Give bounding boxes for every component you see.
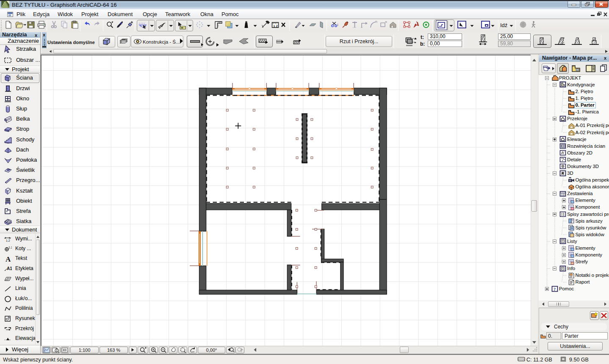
svg-text:1 2: 1 2 [273, 24, 277, 28]
svg-text:A: A [6, 255, 11, 262]
svg-text:A1: A1 [7, 266, 12, 271]
svg-text:1.2: 1.2 [8, 246, 12, 249]
svg-text:1.2: 1.2 [6, 239, 10, 242]
